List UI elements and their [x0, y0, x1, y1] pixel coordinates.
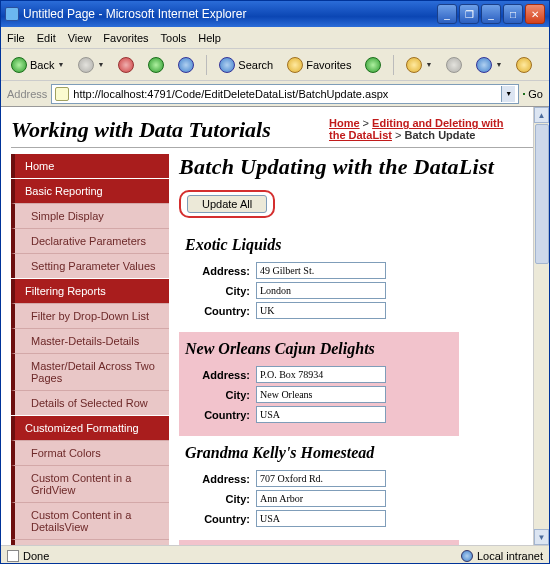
sidebar-item[interactable]: Custom Content in a DetailsView [11, 502, 169, 539]
scroll-down-button[interactable]: ▼ [534, 529, 549, 545]
forward-button[interactable]: ▼ [74, 55, 108, 75]
address-label: Address: [185, 473, 250, 485]
edit-icon [476, 57, 492, 73]
record: Exotic LiquidsAddress:City:Country: [179, 228, 459, 332]
address-field[interactable]: http://localhost:4791/Code/EditDeleteDat… [51, 84, 519, 104]
sidebar-item[interactable]: Simple Display [11, 203, 169, 228]
menu-view[interactable]: View [68, 32, 92, 44]
chevron-down-icon: ▼ [57, 61, 64, 68]
crumb-home[interactable]: Home [329, 117, 360, 129]
sidebar-item[interactable]: Format Colors [11, 440, 169, 465]
star-icon [287, 57, 303, 73]
city-label: City: [185, 493, 250, 505]
edit-button[interactable]: ▼ [472, 55, 506, 75]
menu-help[interactable]: Help [198, 32, 221, 44]
sidebar-item[interactable]: Setting Parameter Values [11, 253, 169, 278]
close-button[interactable]: ✕ [525, 4, 545, 24]
breadcrumb: Home > Editing and Deleting with the Dat… [329, 117, 519, 141]
extra-icon [516, 57, 532, 73]
crumb-current: Batch Update [405, 129, 476, 141]
window-titlebar: Untitled Page - Microsoft Internet Explo… [1, 1, 549, 27]
back-button[interactable]: Back▼ [7, 55, 68, 75]
page-icon [55, 87, 69, 101]
country-input[interactable] [256, 510, 386, 527]
sidebar-header[interactable]: Customized Formatting [11, 416, 169, 440]
record: Grandma Kelly's HomesteadAddress:City:Co… [179, 436, 459, 540]
divider [11, 147, 539, 148]
back-icon [11, 57, 27, 73]
sidebar-item[interactable]: Master/Detail Across Two Pages [11, 353, 169, 390]
record: New Orleans Cajun DelightsAddress:City:C… [179, 332, 459, 436]
history-icon [365, 57, 381, 73]
country-label: Country: [185, 409, 250, 421]
status-zone: Local intranet [477, 550, 543, 562]
record-name: Exotic Liquids [185, 236, 453, 254]
main-content: Batch Updating with the DataList Update … [179, 154, 539, 545]
chevron-down-icon[interactable]: ▼ [501, 86, 515, 102]
sidebar-item[interactable]: Custom Content in a GridView [11, 465, 169, 502]
update-all-button[interactable]: Update All [187, 195, 267, 213]
sidebar-item[interactable]: Master-Details-Details [11, 328, 169, 353]
search-button[interactable]: Search [215, 55, 277, 75]
search-icon [219, 57, 235, 73]
record-name: New Orleans Cajun Delights [185, 340, 453, 358]
page-heading: Batch Updating with the DataList [179, 154, 537, 180]
sidebar-item[interactable]: Custom Content in a [11, 539, 169, 545]
refresh-icon [148, 57, 164, 73]
address-input[interactable] [256, 470, 386, 487]
sidebar-item[interactable]: Details of Selected Row [11, 390, 169, 415]
address-url: http://localhost:4791/Code/EditDeleteDat… [73, 88, 501, 100]
mail-button[interactable]: ▼ [402, 55, 436, 75]
city-label: City: [185, 285, 250, 297]
refresh-button[interactable] [144, 55, 168, 75]
scroll-up-button[interactable]: ▲ [534, 107, 549, 123]
menu-file[interactable]: File [7, 32, 25, 44]
minimize2-button[interactable]: _ [481, 4, 501, 24]
country-label: Country: [185, 513, 250, 525]
extra-button[interactable] [512, 55, 536, 75]
minimize-button[interactable]: _ [437, 4, 457, 24]
scroll-thumb[interactable] [535, 124, 549, 264]
page-icon [7, 550, 19, 562]
restore-button[interactable]: ❐ [459, 4, 479, 24]
menubar: File Edit View Favorites Tools Help [1, 27, 549, 49]
stop-button[interactable] [114, 55, 138, 75]
sidebar-item[interactable]: Filter by Drop-Down List [11, 303, 169, 328]
window-title: Untitled Page - Microsoft Internet Explo… [23, 7, 437, 21]
record: Tokyo TradersAddress:City:Country: [179, 540, 459, 545]
sidebar-item[interactable]: Declarative Parameters [11, 228, 169, 253]
go-icon [523, 93, 525, 95]
address-bar: Address http://localhost:4791/Code/EditD… [1, 81, 549, 107]
city-input[interactable] [256, 490, 386, 507]
sidebar-header[interactable]: Filtering Reports [11, 279, 169, 303]
menu-favorites[interactable]: Favorites [103, 32, 148, 44]
address-label: Address [7, 88, 47, 100]
country-input[interactable] [256, 302, 386, 319]
maximize-button[interactable]: □ [503, 4, 523, 24]
city-input[interactable] [256, 282, 386, 299]
favorites-button[interactable]: Favorites [283, 55, 355, 75]
go-button[interactable]: Go [523, 88, 543, 100]
ie-icon [5, 7, 19, 21]
country-input[interactable] [256, 406, 386, 423]
status-text: Done [23, 550, 49, 562]
sidebar-header[interactable]: Basic Reporting [11, 179, 169, 203]
vertical-scrollbar[interactable]: ▲ ▼ [533, 107, 549, 545]
menu-edit[interactable]: Edit [37, 32, 56, 44]
menu-tools[interactable]: Tools [161, 32, 187, 44]
home-button[interactable] [174, 55, 198, 75]
home-icon [178, 57, 194, 73]
update-highlight: Update All [179, 190, 275, 218]
address-input[interactable] [256, 366, 386, 383]
sidebar-header[interactable]: Home [11, 154, 169, 178]
city-label: City: [185, 389, 250, 401]
city-input[interactable] [256, 386, 386, 403]
toolbar-separator [393, 55, 394, 75]
toolbar-separator [206, 55, 207, 75]
print-button[interactable] [442, 55, 466, 75]
mail-icon [406, 57, 422, 73]
country-label: Country: [185, 305, 250, 317]
address-input[interactable] [256, 262, 386, 279]
history-button[interactable] [361, 55, 385, 75]
sidebar: HomeBasic ReportingSimple DisplayDeclara… [11, 154, 169, 545]
